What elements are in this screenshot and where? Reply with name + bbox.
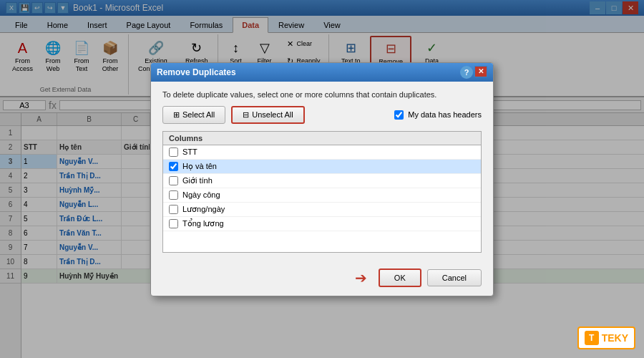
column-checkbox-luong-ngay[interactable]: [169, 205, 178, 214]
dialog-overlay: Remove Duplicates ? ✕ To delete duplicat…: [0, 0, 644, 358]
column-name-gioi-tinh: Giới tính: [182, 176, 213, 185]
column-name-ho-va-ten: Họ và tên: [182, 162, 217, 171]
columns-section: Columns STT Họ và tên Giới tính: [162, 131, 482, 253]
columns-list[interactable]: STT Họ và tên Giới tính Ngày công: [162, 145, 482, 253]
column-item-stt[interactable]: STT: [163, 145, 481, 160]
my-data-has-headers-label: My data has headers: [408, 110, 482, 119]
dialog-close-button[interactable]: ✕: [474, 66, 487, 77]
teky-label: TEKY: [602, 332, 628, 344]
remove-duplicates-dialog: Remove Duplicates ? ✕ To delete duplicat…: [150, 62, 494, 296]
select-buttons-row: ⊞ Select All ⊟ Unselect All: [162, 106, 305, 124]
column-item-ngay-cong[interactable]: Ngày công: [163, 188, 481, 203]
cancel-button[interactable]: Cancel: [427, 269, 482, 286]
teky-logo: T TEKY: [577, 326, 635, 349]
column-name-stt: STT: [182, 147, 197, 156]
dialog-description: To delete duplicate values, select one o…: [162, 90, 482, 99]
column-checkbox-ho-va-ten[interactable]: [169, 162, 178, 171]
dialog-title-controls: ? ✕: [460, 66, 487, 79]
unselect-all-label: Unselect All: [252, 110, 293, 119]
unselect-all-icon: ⊟: [243, 110, 249, 120]
column-name-tong-luong: Tổng lương: [182, 219, 224, 228]
my-data-has-headers-option: My data has headers: [394, 110, 482, 120]
column-checkbox-stt[interactable]: [169, 147, 178, 157]
select-all-label: Select All: [182, 110, 215, 119]
column-item-tong-luong[interactable]: Tổng lương: [163, 217, 481, 231]
teky-icon: T: [585, 331, 599, 345]
ok-button[interactable]: OK: [379, 268, 421, 287]
column-item-luong-ngay[interactable]: Lương/ngày: [163, 203, 481, 217]
dialog-body: To delete duplicate values, select one o…: [151, 82, 493, 261]
dialog-title-bar: Remove Duplicates ? ✕: [151, 63, 493, 82]
dialog-title: Remove Duplicates: [157, 67, 236, 77]
unselect-all-button[interactable]: ⊟ Unselect All: [231, 106, 304, 124]
dialog-help-icon[interactable]: ?: [460, 66, 473, 79]
column-item-gioi-tinh[interactable]: Giới tính: [163, 174, 481, 188]
column-checkbox-tong-luong[interactable]: [169, 219, 178, 228]
column-name-luong-ngay: Lương/ngày: [182, 205, 225, 214]
column-item-ho-va-ten[interactable]: Họ và tên: [163, 160, 481, 174]
columns-list-header: Columns: [162, 131, 482, 145]
arrow-indicator: ➔: [355, 269, 367, 286]
dialog-footer: ➔ OK Cancel: [151, 261, 493, 296]
select-all-button[interactable]: ⊞ Select All: [162, 106, 225, 124]
select-all-icon: ⊞: [173, 110, 180, 120]
dialog-controls-row: ⊞ Select All ⊟ Unselect All My data has …: [162, 106, 482, 124]
column-checkbox-gioi-tinh[interactable]: [169, 176, 178, 185]
column-checkbox-ngay-cong[interactable]: [169, 190, 178, 200]
column-name-ngay-cong: Ngày công: [182, 190, 220, 199]
my-data-has-headers-checkbox[interactable]: [394, 110, 404, 120]
